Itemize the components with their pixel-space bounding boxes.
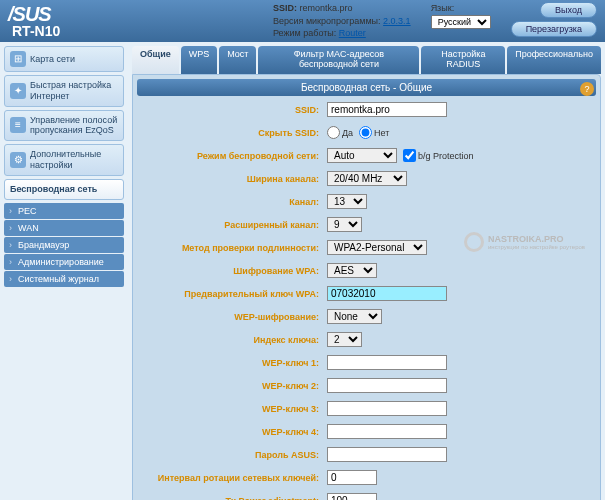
sidebar-item-qos[interactable]: ≡Управление полосой пропускания EzQoS <box>4 110 124 142</box>
sidebar-label: Управление полосой пропускания EzQoS <box>30 115 118 137</box>
sidebar-sub-admin[interactable]: Администрирование <box>4 254 124 270</box>
label-ssid: SSID: <box>137 105 327 115</box>
sidebar-item-wireless[interactable]: Беспроводная сеть <box>4 179 124 200</box>
enc-select[interactable]: AES <box>327 263 377 278</box>
rot-input[interactable] <box>327 470 377 485</box>
mode-label: Режим работы: <box>273 28 336 38</box>
label-wep: WEP-шифрование: <box>137 312 327 322</box>
label-k1: WEP-ключ 1: <box>137 358 327 368</box>
logout-button[interactable]: Выход <box>540 2 597 18</box>
tab-general[interactable]: Общие <box>132 46 179 74</box>
sidebar-sub-pec[interactable]: PEC <box>4 203 124 219</box>
sidebar-sub-wan[interactable]: WAN <box>4 220 124 236</box>
wepkey2-input[interactable] <box>327 378 447 393</box>
hide-yes[interactable]: Да <box>327 126 353 139</box>
sidebar-sub-syslog[interactable]: Системный журнал <box>4 271 124 287</box>
bg-protect[interactable]: b/g Protection <box>403 149 474 162</box>
fw-label: Версия микропрограммы: <box>273 16 381 26</box>
panel: Беспроводная сеть - Общие ? SSID: Скрыть… <box>132 74 601 500</box>
tab-wps[interactable]: WPS <box>181 46 218 74</box>
sidebar-item-advanced[interactable]: ⚙Дополнительные настройки <box>4 144 124 176</box>
wepkey4-input[interactable] <box>327 424 447 439</box>
sidebar-label: Беспроводная сеть <box>10 184 97 195</box>
header: /SUS RT-N10 SSID: remontka.pro Версия ми… <box>0 0 605 42</box>
lang-select[interactable]: Русский <box>431 15 491 29</box>
ssid-input[interactable] <box>327 102 447 117</box>
mode-select[interactable]: Auto <box>327 148 397 163</box>
gauge-icon: ≡ <box>10 117 26 133</box>
label-k2: WEP-ключ 2: <box>137 381 327 391</box>
lang-label: Язык: <box>431 2 491 15</box>
sidebar-label: Дополнительные настройки <box>30 149 118 171</box>
wep-select[interactable]: None <box>327 309 382 324</box>
label-k4: WEP-ключ 4: <box>137 427 327 437</box>
main: Общие WPS Мост Фильтр MAC-адресов беспро… <box>128 42 605 500</box>
tabs: Общие WPS Мост Фильтр MAC-адресов беспро… <box>132 46 601 74</box>
label-ext: Расширенный канал: <box>137 220 327 230</box>
label-tx: Tx Power adjustment: <box>137 496 327 500</box>
tx-input[interactable] <box>327 493 377 500</box>
psk-input[interactable] <box>327 286 447 301</box>
sidebar-label: Быстрая настройка Интернет <box>30 80 118 102</box>
header-info: SSID: remontka.pro Версия микропрограммы… <box>273 2 597 40</box>
tab-bridge[interactable]: Мост <box>219 46 256 74</box>
label-pass: Пароль ASUS: <box>137 450 327 460</box>
sidebar-label: Карта сети <box>30 54 75 65</box>
chan-select[interactable]: 13 <box>327 194 367 209</box>
asuspass-input[interactable] <box>327 447 447 462</box>
tab-radius[interactable]: Настройка RADIUS <box>421 46 505 74</box>
header-status: SSID: remontka.pro Версия микропрограммы… <box>273 2 411 40</box>
fw-link[interactable]: 2.0.3.1 <box>383 16 411 26</box>
ssid-value: remontka.pro <box>300 3 353 13</box>
brand-logo: /SUS <box>8 4 60 24</box>
tab-pro[interactable]: Профессионально <box>507 46 601 74</box>
kidx-select[interactable]: 2 <box>327 332 362 347</box>
wepkey1-input[interactable] <box>327 355 447 370</box>
label-hide: Скрыть SSID: <box>137 128 327 138</box>
magic-icon: ✦ <box>10 83 26 99</box>
body: ⊞Карта сети ✦Быстрая настройка Интернет … <box>0 42 605 500</box>
sidebar-sub-firewall[interactable]: Брандмауэр <box>4 237 124 253</box>
reboot-button[interactable]: Перезагрузка <box>511 21 597 37</box>
wepkey3-input[interactable] <box>327 401 447 416</box>
label-mode: Режим беспроводной сети: <box>137 151 327 161</box>
label-k3: WEP-ключ 3: <box>137 404 327 414</box>
label-kidx: Индекс ключа: <box>137 335 327 345</box>
width-select[interactable]: 20/40 MHz <box>327 171 407 186</box>
label-auth: Метод проверки подлинности: <box>137 243 327 253</box>
ssid-label: SSID: <box>273 3 297 13</box>
mode-link[interactable]: Router <box>339 28 366 38</box>
hide-no-radio[interactable] <box>359 126 372 139</box>
logo-wrap: /SUS RT-N10 <box>8 4 60 38</box>
sidebar-item-quick[interactable]: ✦Быстрая настройка Интернет <box>4 75 124 107</box>
label-psk: Предварительный ключ WPA: <box>137 289 327 299</box>
label-chan: Канал: <box>137 197 327 207</box>
map-icon: ⊞ <box>10 51 26 67</box>
sidebar: ⊞Карта сети ✦Быстрая настройка Интернет … <box>0 42 128 500</box>
panel-title: Беспроводная сеть - Общие <box>137 79 596 96</box>
hide-yes-radio[interactable] <box>327 126 340 139</box>
bg-checkbox[interactable] <box>403 149 416 162</box>
help-icon[interactable]: ? <box>580 82 594 96</box>
gear-icon: ⚙ <box>10 152 26 168</box>
header-buttons: Выход Перезагрузка <box>511 2 597 37</box>
sidebar-item-map[interactable]: ⊞Карта сети <box>4 46 124 72</box>
label-enc: Шифрование WPA: <box>137 266 327 276</box>
auth-select[interactable]: WPA2-Personal <box>327 240 427 255</box>
hide-no[interactable]: Нет <box>359 126 389 139</box>
label-rot: Интервал ротации сетевых ключей: <box>137 473 327 483</box>
lang-block: Язык: Русский <box>431 2 491 29</box>
tab-macfilter[interactable]: Фильтр MAC-адресов беспроводной сети <box>258 46 419 74</box>
label-width: Ширина канала: <box>137 174 327 184</box>
model-label: RT-N10 <box>12 24 60 38</box>
ext-select[interactable]: 9 <box>327 217 362 232</box>
